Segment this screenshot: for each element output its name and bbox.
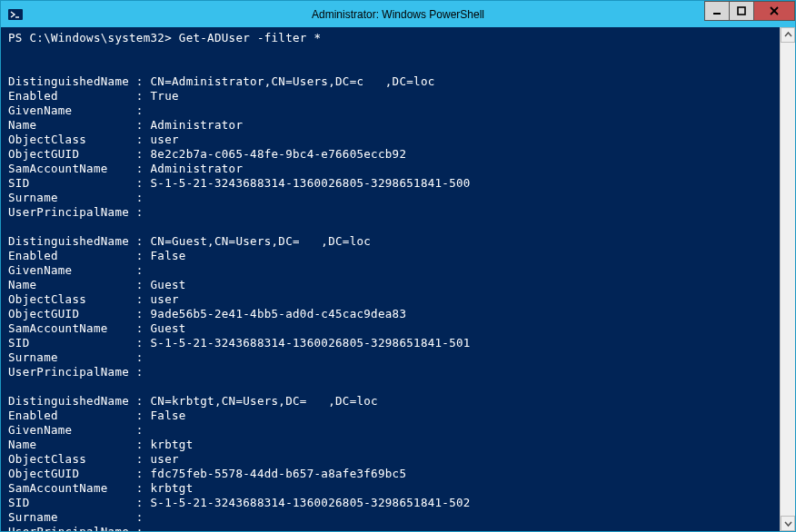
minimize-button[interactable]	[704, 1, 730, 21]
powershell-icon	[8, 7, 23, 22]
title-bar[interactable]: Administrator: Windows PowerShell	[1, 1, 795, 27]
vertical-scrollbar[interactable]	[780, 27, 795, 531]
scroll-down-arrow[interactable]	[781, 516, 795, 531]
scroll-track[interactable]	[781, 43, 795, 516]
svg-rect-3	[738, 7, 745, 15]
close-button[interactable]	[753, 1, 795, 21]
window-controls	[705, 1, 795, 21]
powershell-window: Administrator: Windows PowerShell PS C:\…	[0, 0, 796, 532]
console-output[interactable]: PS C:\Windows\system32> Get-ADUser -filt…	[1, 27, 780, 531]
maximize-button[interactable]	[729, 1, 754, 21]
client-area: PS C:\Windows\system32> Get-ADUser -filt…	[1, 27, 795, 531]
window-title: Administrator: Windows PowerShell	[1, 8, 795, 21]
scroll-up-arrow[interactable]	[781, 27, 795, 43]
